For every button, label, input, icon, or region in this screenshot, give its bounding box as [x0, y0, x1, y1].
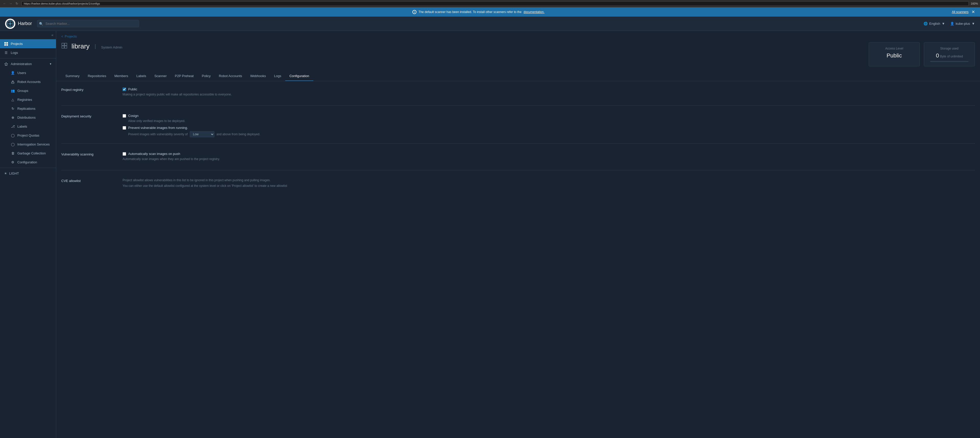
- svg-rect-17: [65, 46, 67, 48]
- sidebar-divider-1: [0, 58, 56, 59]
- close-notification-button[interactable]: ✕: [972, 10, 975, 14]
- app-title: Harbor: [18, 21, 32, 26]
- tab-scanner[interactable]: Scanner: [150, 71, 170, 81]
- refresh-button[interactable]: ↻: [14, 1, 19, 6]
- search-input[interactable]: [37, 20, 139, 27]
- svg-rect-15: [65, 43, 67, 45]
- severity-select[interactable]: Low Medium High Critical: [190, 131, 215, 137]
- sidebar-replications-label: Replications: [18, 107, 35, 111]
- user-chevron-icon: ▼: [972, 22, 975, 25]
- tab-webhooks[interactable]: Webhooks: [246, 71, 270, 81]
- project-header: library | System Admin Access Level Publ…: [56, 38, 980, 67]
- configuration-icon: ⚙: [11, 160, 15, 164]
- storage-unit: Byte: [940, 55, 946, 58]
- distributions-icon: ⊕: [11, 116, 15, 119]
- sidebar-item-projects[interactable]: Projects: [0, 39, 56, 48]
- breadcrumb-text: Projects: [65, 35, 77, 38]
- public-checkbox[interactable]: [123, 87, 126, 91]
- sidebar-logs-label: Logs: [11, 51, 18, 55]
- replications-icon: ↻: [11, 107, 15, 111]
- deployment-section-label: Deployment security: [61, 114, 112, 118]
- auto-scan-label: Automatically scan images on push: [128, 152, 180, 156]
- logo-area: Harbor: [5, 19, 32, 29]
- tab-policy[interactable]: Policy: [197, 71, 215, 81]
- cosign-checkbox-row: Cosign: [123, 114, 975, 117]
- tab-logs[interactable]: Logs: [270, 71, 285, 81]
- auto-scan-desc: Automatically scan images when they are …: [123, 157, 975, 161]
- sidebar-users-label: Users: [18, 71, 26, 75]
- sidebar-groups-label: Groups: [18, 89, 29, 93]
- sidebar-item-users[interactable]: 👤 Users: [0, 68, 56, 77]
- tab-summary[interactable]: Summary: [61, 71, 84, 81]
- sidebar-item-groups[interactable]: 👥 Groups: [0, 86, 56, 95]
- labels-icon: ⎇: [11, 125, 15, 129]
- sidebar-item-interrogation-services[interactable]: ◯ Interrogation Services: [0, 140, 56, 149]
- all-scanners-link[interactable]: All scanners: [952, 10, 969, 14]
- sidebar-administration-label: Administration: [11, 62, 32, 66]
- svg-rect-16: [62, 46, 64, 48]
- language-selector[interactable]: 🌐 English ▼: [924, 22, 945, 25]
- vuln-controls: Automatically scan images on push Automa…: [123, 152, 975, 164]
- access-level-value: Public: [875, 52, 913, 59]
- tab-members[interactable]: Members: [110, 71, 132, 81]
- cosign-checkbox-label: Cosign: [128, 114, 138, 117]
- sidebar-item-robot-accounts[interactable]: Robot Accounts: [0, 77, 56, 86]
- forward-button[interactable]: →: [8, 1, 13, 6]
- tab-robot-accounts[interactable]: Robot Accounts: [215, 71, 246, 81]
- user-menu[interactable]: 👤 kube-plus ▼: [950, 22, 975, 25]
- url-bar[interactable]: https://harbor.demo.kube-plus.cloud/harb…: [21, 1, 969, 6]
- notification-actions: All scanners ✕: [952, 10, 975, 14]
- storage-card: Storage used 0 Byte of unlimited: [924, 42, 975, 67]
- config-label-col-registry: Project registry: [61, 87, 112, 99]
- svg-marker-9: [5, 62, 8, 66]
- sidebar-theme-toggle[interactable]: ☀ LIGHT: [0, 169, 56, 178]
- documentation-link[interactable]: documentation.: [523, 10, 544, 14]
- project-divider: |: [95, 43, 96, 49]
- svg-rect-7: [4, 44, 6, 46]
- sidebar-item-administration[interactable]: Administration ▼: [0, 59, 56, 68]
- svg-point-10: [12, 81, 13, 82]
- sidebar-registries-label: Registries: [18, 98, 32, 102]
- tab-repositories[interactable]: Repositories: [84, 71, 110, 81]
- project-icon: [61, 43, 67, 50]
- zoom-level: 160%: [971, 2, 978, 5]
- sidebar-item-replications[interactable]: ↻ Replications: [0, 104, 56, 113]
- storage-value-row: 0 Byte of unlimited: [930, 52, 969, 59]
- prevent-vulnerable-checkbox[interactable]: [123, 126, 126, 130]
- sidebar-item-garbage-collection[interactable]: 🗑 Garbage Collection: [0, 149, 56, 158]
- sidebar-distributions-label: Distributions: [18, 116, 36, 119]
- auto-scan-checkbox[interactable]: [123, 152, 126, 156]
- sidebar-quotas-label: Project Quotas: [18, 133, 39, 137]
- sidebar-item-distributions[interactable]: ⊕ Distributions: [0, 113, 56, 122]
- username-label: kube-plus: [956, 22, 970, 25]
- sidebar-item-labels[interactable]: ⎇ Labels: [0, 122, 56, 131]
- sidebar-item-configuration[interactable]: ⚙ Configuration: [0, 158, 56, 167]
- sidebar-item-registries[interactable]: △ Registries: [0, 95, 56, 104]
- tab-labels[interactable]: Labels: [132, 71, 150, 81]
- sidebar-configuration-label: Configuration: [18, 160, 37, 164]
- project-stats: Access Level Public Storage used 0 Byte …: [869, 42, 975, 67]
- project-tabs: Summary Repositories Members Labels Scan…: [56, 71, 980, 81]
- config-section-deployment-security: Deployment security Cosign Allow only ve…: [61, 114, 975, 144]
- cve-desc-1: Project allowlist allows vulnerabilities…: [123, 178, 975, 182]
- svg-rect-6: [6, 42, 8, 44]
- browser-navigation: ← → ↻: [2, 1, 19, 6]
- project-name: library: [72, 42, 90, 50]
- browser-chrome: ← → ↻ https://harbor.demo.kube-plus.clou…: [0, 0, 980, 7]
- search-wrapper: 🔍: [37, 20, 139, 27]
- sidebar-collapse-button[interactable]: «: [51, 33, 53, 37]
- back-button[interactable]: ←: [2, 1, 7, 6]
- administration-icon: [4, 62, 8, 66]
- cosign-checkbox[interactable]: [123, 114, 126, 117]
- tab-configuration[interactable]: Configuration: [285, 71, 313, 81]
- tab-p2p-preheat[interactable]: P2P Preheat: [171, 71, 197, 81]
- sidebar-item-logs[interactable]: ☰ Logs: [0, 48, 56, 57]
- harbor-logo-svg: [6, 19, 14, 28]
- svg-rect-8: [6, 44, 8, 46]
- deployment-controls: Cosign Allow only verified images to be …: [123, 114, 975, 137]
- header-right: 🌐 English ▼ 👤 kube-plus ▼: [924, 22, 975, 25]
- sidebar: « Projects ☰ Logs Administration ▼ 👤 Use…: [0, 31, 56, 438]
- sidebar-item-project-quotas[interactable]: ◯ Project Quotas: [0, 131, 56, 140]
- configuration-content: Project registry Public Making a project…: [56, 81, 980, 211]
- breadcrumb[interactable]: < Projects: [56, 31, 980, 38]
